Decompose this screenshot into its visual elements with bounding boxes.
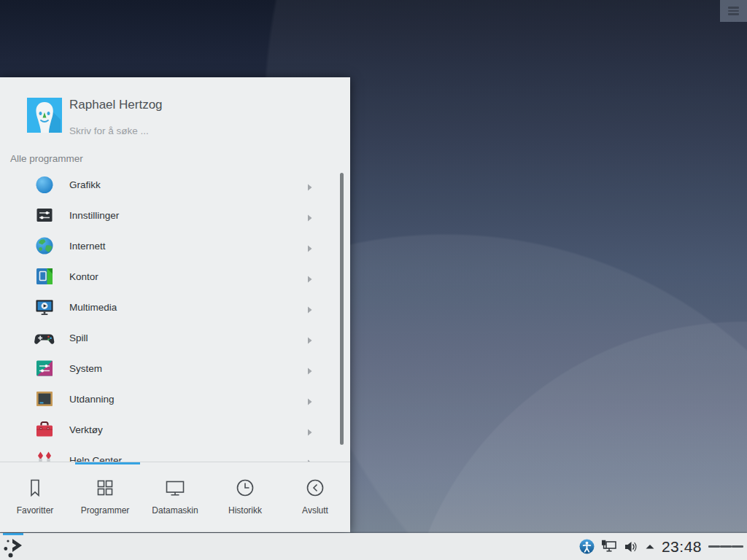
submenu-arrow-icon xyxy=(307,303,312,311)
user-avatar[interactable] xyxy=(27,98,62,133)
category-item-games[interactable]: Spill xyxy=(0,322,350,353)
user-name: Raphael Hertzog xyxy=(69,98,163,112)
internet-icon xyxy=(34,236,55,256)
office-icon xyxy=(34,266,55,287)
utilities-icon xyxy=(34,419,55,440)
submenu-arrow-icon xyxy=(307,273,312,280)
launcher-button[interactable] xyxy=(3,533,25,560)
tabbar-divider xyxy=(0,462,350,462)
category-item-system[interactable]: System xyxy=(0,353,350,384)
tab-favorites[interactable]: Favoritter xyxy=(0,464,70,532)
scrollbar-handle[interactable] xyxy=(340,173,344,445)
desktop-toolbox-button[interactable] xyxy=(720,0,747,22)
panel-overflow-icon[interactable] xyxy=(708,544,743,549)
submenu-arrow-icon xyxy=(307,365,312,372)
accessibility-icon[interactable] xyxy=(579,539,595,554)
tab-history[interactable]: Historikk xyxy=(210,464,280,532)
category-item-office[interactable]: Kontor xyxy=(0,261,350,292)
submenu-arrow-icon xyxy=(307,334,312,341)
category-item-settings[interactable]: Innstillinger xyxy=(0,200,350,230)
category-item-help[interactable]: Help Center xyxy=(0,445,350,462)
submenu-arrow-icon xyxy=(307,426,312,433)
tab-applications[interactable]: Programmer xyxy=(70,464,140,532)
section-label: Alle programmer xyxy=(10,153,83,164)
submenu-arrow-icon xyxy=(307,395,312,402)
system-icon xyxy=(34,358,55,378)
category-item-graphics[interactable]: Grafikk xyxy=(0,169,350,200)
tab-leave[interactable]: Avslutt xyxy=(280,464,350,532)
category-list: Grafikk Innstillinger Internett Kontor M… xyxy=(0,169,350,462)
panel-clock[interactable]: 23:48 xyxy=(662,538,702,556)
expand-tray-arrow-icon[interactable] xyxy=(645,543,655,550)
network-icon[interactable] xyxy=(601,540,617,553)
hamburger-icon xyxy=(728,5,739,16)
submenu-arrow-icon xyxy=(307,181,312,188)
category-item-education[interactable]: Utdanning xyxy=(0,384,350,414)
graphics-icon xyxy=(34,174,55,195)
category-item-internet[interactable]: Internett xyxy=(0,230,350,261)
taskbar-panel: 23:48 xyxy=(0,533,747,560)
multimedia-icon xyxy=(34,297,55,317)
games-icon xyxy=(34,327,55,348)
desktop-wallpaper: Raphael Hertzog Skriv for å søke ... All… xyxy=(0,0,747,560)
application-launcher-menu: Raphael Hertzog Skriv for å søke ... All… xyxy=(0,77,350,532)
computer-icon xyxy=(164,477,186,499)
settings-icon xyxy=(34,205,55,225)
search-input[interactable]: Skriv for å søke ... xyxy=(69,125,149,136)
leave-icon xyxy=(304,477,326,499)
tab-computer[interactable]: Datamaskin xyxy=(140,464,210,532)
tab-bar: Favoritter Programmer Datamaskin Histori… xyxy=(0,464,350,532)
category-item-utilities[interactable]: Verktøy xyxy=(0,414,350,445)
submenu-arrow-icon xyxy=(307,456,312,462)
education-icon xyxy=(34,389,55,409)
favorites-icon xyxy=(24,477,46,499)
submenu-arrow-icon xyxy=(307,242,312,249)
category-item-multimedia[interactable]: Multimedia xyxy=(0,292,350,322)
volume-icon[interactable] xyxy=(624,540,638,553)
submenu-arrow-icon xyxy=(307,211,312,219)
applications-icon xyxy=(94,477,116,499)
history-icon xyxy=(234,477,256,499)
help-icon xyxy=(34,450,55,462)
